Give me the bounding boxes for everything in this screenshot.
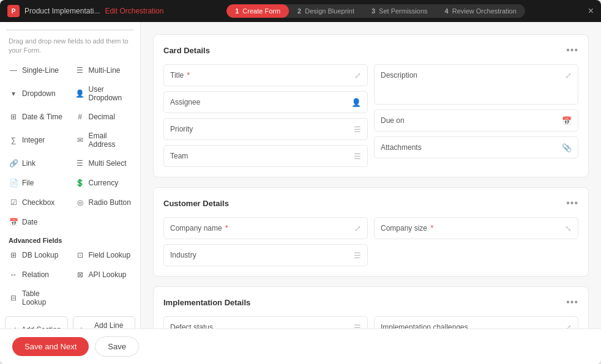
implementation-challenges-field-icon: ⤢ (565, 323, 572, 329)
top-bar: P Product Implementati... Edit Orchestra… (0, 0, 601, 22)
card-details-fields: Title * ⤢ Assignee 👤 Priority ☰ Team (163, 64, 578, 167)
field-radio[interactable]: ◎ Radio Button (72, 194, 136, 211)
sidebar-actions: ＋ Add Section ＋ Add Line Item (0, 310, 140, 329)
company-size-field-icon: ⤡ (565, 224, 572, 233)
field-currency[interactable]: 💲 Currency (72, 174, 136, 191)
app-window: P Product Implementati... Edit Orchestra… (0, 0, 601, 364)
assignee-field-icon: 👤 (351, 98, 361, 107)
implementation-details-more-button[interactable]: ••• (566, 297, 578, 308)
field-user-dropdown[interactable]: 👤 User Dropdown (72, 81, 136, 106)
card-details-title: Card Details (163, 46, 210, 55)
link-icon: 🔗 (9, 158, 18, 168)
app-title: Product Implementati... (24, 7, 100, 15)
save-button[interactable]: Save (95, 336, 139, 357)
customer-details-fields: Company name * ⤢ Industry ☰ Company size… (163, 217, 578, 266)
implementation-details-section: Implementation Details ••• Defect status… (153, 286, 589, 329)
table-lookup-icon: ⊟ (9, 293, 18, 303)
implementation-details-fields: Defect status ☰ Implementation challenge… (163, 316, 578, 329)
add-line-item-button[interactable]: ＋ Add Line Item (73, 316, 136, 329)
title-field-icon: ⤢ (354, 71, 361, 80)
user-dropdown-icon: 👤 (75, 89, 85, 98)
file-icon: 📄 (9, 178, 18, 188)
edit-orchestration-link[interactable]: Edit Orchestration (105, 7, 163, 15)
steps-nav: 1 Create Form 2 Design Blueprint 3 Set P… (226, 4, 525, 18)
field-industry[interactable]: Industry ☰ (163, 244, 368, 266)
field-title[interactable]: Title * ⤢ (163, 64, 368, 86)
field-implementation-challenges[interactable]: Implementation challenges ⤢ (374, 316, 578, 329)
industry-field-icon: ☰ (354, 251, 361, 260)
field-attachments[interactable]: Attachments 📎 (374, 136, 578, 158)
field-date-time[interactable]: ⊞ Date & Time (5, 108, 69, 125)
field-due-on[interactable]: Due on 📅 (374, 110, 578, 132)
field-db-lookup[interactable]: ⊞ DB Lookup (5, 247, 69, 264)
field-list: — Single-Line ☰ Multi-Line ▾ Dropdown 👤 … (0, 62, 140, 231)
team-field-icon: ☰ (354, 152, 361, 161)
bottom-bar: Save and Next Save (0, 329, 601, 364)
close-button[interactable]: × (588, 6, 594, 17)
field-date[interactable]: 📅 Date (5, 214, 69, 231)
field-table-lookup[interactable]: ⊟ Table Lookup (5, 286, 69, 310)
field-link[interactable]: 🔗 Link (5, 155, 69, 172)
field-multi-line[interactable]: ☰ Multi-Line (72, 62, 136, 79)
tab-new-fields[interactable]: New Fields (7, 30, 70, 31)
sidebar-hint: Drag and drop new fields to add them to … (0, 37, 140, 62)
advanced-fields-label: Advanced Fields (0, 231, 140, 247)
step-2[interactable]: 2 Design Blueprint (289, 4, 363, 18)
field-assignee[interactable]: Assignee 👤 (163, 91, 368, 113)
relation-icon: ↔ (9, 270, 18, 280)
sidebar-tabs: New Fields Available Fields (6, 29, 134, 31)
priority-field-icon: ☰ (354, 125, 361, 134)
currency-icon: 💲 (75, 178, 85, 188)
multi-select-icon: ☰ (75, 158, 85, 168)
field-company-size[interactable]: Company size * ⤡ (374, 217, 578, 239)
field-team[interactable]: Team ☰ (163, 145, 368, 167)
customer-details-more-button[interactable]: ••• (566, 198, 578, 209)
main-layout: New Fields Available Fields Drag and dro… (0, 22, 601, 329)
field-file[interactable]: 📄 File (5, 174, 69, 191)
field-company-name[interactable]: Company name * ⤢ (163, 217, 368, 239)
top-bar-left: P Product Implementati... Edit Orchestra… (7, 5, 163, 17)
decimal-icon: # (75, 112, 85, 122)
card-details-more-button[interactable]: ••• (566, 45, 578, 56)
sidebar: New Fields Available Fields Drag and dro… (0, 22, 141, 329)
due-on-field-icon: 📅 (562, 116, 572, 125)
implementation-details-header: Implementation Details ••• (163, 297, 578, 308)
customer-details-section: Customer Details ••• Company name * ⤢ In… (153, 187, 589, 277)
step-1[interactable]: 1 Create Form (226, 4, 289, 18)
date-icon: 📅 (9, 217, 18, 227)
advanced-field-list: ⊞ DB Lookup ⊡ Field Lookup ↔ Relation ⊠ … (0, 247, 140, 310)
field-single-line[interactable]: — Single-Line (5, 62, 69, 79)
implementation-details-title: Implementation Details (163, 298, 250, 307)
step-3[interactable]: 3 Set Permissions (363, 4, 436, 18)
field-multi-select[interactable]: ☰ Multi Select (72, 155, 136, 172)
field-defect-status[interactable]: Defect status ☰ (163, 316, 368, 329)
description-field-icon: ⤢ (565, 71, 572, 80)
single-line-icon: — (9, 65, 18, 75)
step-pill: 1 Create Form 2 Design Blueprint 3 Set P… (226, 4, 525, 18)
field-checkbox[interactable]: ☑ Checkbox (5, 194, 69, 211)
field-field-lookup[interactable]: ⊡ Field Lookup (72, 247, 136, 264)
email-icon: ✉ (75, 135, 85, 145)
field-priority[interactable]: Priority ☰ (163, 118, 368, 140)
card-details-section: Card Details ••• Title * ⤢ Assignee 👤 (153, 34, 589, 177)
db-lookup-icon: ⊞ (9, 250, 18, 260)
customer-details-title: Customer Details (163, 199, 229, 208)
field-decimal[interactable]: # Decimal (72, 108, 136, 125)
company-name-field-icon: ⤢ (354, 224, 361, 233)
field-lookup-icon: ⊡ (75, 250, 85, 260)
attachments-field-icon: 📎 (562, 143, 572, 152)
add-section-button[interactable]: ＋ Add Section (5, 316, 68, 329)
field-integer[interactable]: ∑ Integer (5, 128, 69, 152)
content-area: Card Details ••• Title * ⤢ Assignee 👤 (141, 22, 601, 329)
field-dropdown[interactable]: ▾ Dropdown (5, 81, 69, 106)
step-4[interactable]: 4 Review Orchestration (436, 4, 525, 18)
field-email[interactable]: ✉ Email Address (72, 128, 136, 152)
dropdown-icon: ▾ (9, 89, 18, 98)
tab-available-fields[interactable]: Available Fields (70, 30, 134, 31)
field-relation[interactable]: ↔ Relation (5, 266, 69, 283)
multi-line-icon: ☰ (75, 65, 85, 75)
field-description[interactable]: Description ⤢ (374, 64, 578, 105)
field-api-lookup[interactable]: ⊠ API Lookup (72, 266, 136, 283)
save-and-next-button[interactable]: Save and Next (12, 337, 89, 356)
app-icon: P (7, 5, 20, 17)
